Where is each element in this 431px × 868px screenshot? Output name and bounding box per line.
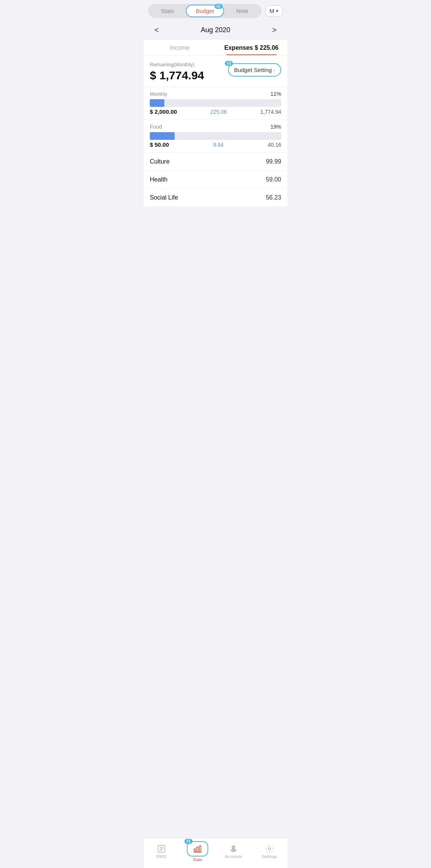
food-budget-remaining: 40.16: [268, 142, 281, 148]
budget-setting-chevron-icon: ›: [273, 67, 275, 73]
content-area: Remaining(Monthly) $ 1,774.94 #3 Budget …: [144, 56, 287, 206]
tab-budget-badge: #2: [215, 4, 223, 9]
monthly-budget-remaining: 1,774.94: [260, 109, 281, 115]
budget-setting-button[interactable]: #3 Budget Setting ›: [228, 63, 281, 77]
food-budget-row: Food 19% $ 50.00 9.84 40.16: [144, 120, 287, 152]
month-navigation: < Aug 2020 >: [144, 21, 287, 40]
tab-budget-label: Budget: [196, 8, 214, 14]
tab-note-label: Note: [236, 8, 249, 14]
expenses-tab[interactable]: Expenses $ 225.06: [216, 40, 288, 55]
cat-row[interactable]: Culture 99.99: [144, 152, 287, 170]
food-progress-fill: [150, 132, 175, 140]
period-chevron-icon: ▾: [276, 8, 279, 14]
food-budget-amounts: $ 50.00 9.84 40.16: [150, 141, 281, 148]
remaining-left: Remaining(Monthly) $ 1,774.94: [150, 62, 204, 82]
food-budget-percent: 19%: [270, 124, 281, 130]
food-budget-total: $ 50.00: [150, 141, 169, 148]
cat-amount: 99.99: [266, 158, 281, 165]
cat-amount: 59.00: [266, 176, 281, 183]
food-budget-header: Food 19%: [150, 124, 281, 130]
tab-stats-label: Stats: [161, 8, 174, 14]
budget-setting-label: Budget Setting: [234, 67, 272, 73]
monthly-budget-row: Monthly 11% $ 2,000.00 225.06 1,774.94: [144, 87, 287, 120]
income-tab-label: Income: [170, 44, 190, 51]
current-month: Aug 2020: [201, 26, 230, 34]
cat-row[interactable]: Health 59.00: [144, 170, 287, 188]
prev-month-button[interactable]: <: [151, 24, 162, 36]
monthly-budget-label: Monthly: [150, 91, 167, 97]
food-budget-label: Food: [150, 124, 162, 130]
monthly-budget-total: $ 2,000.00: [150, 108, 177, 115]
monthly-budget-header: Monthly 11%: [150, 91, 281, 97]
food-budget-used: 9.84: [213, 142, 223, 148]
monthly-budget-used: 225.06: [210, 109, 227, 115]
income-tab[interactable]: Income: [144, 40, 216, 55]
cat-amount: 56.23: [266, 194, 281, 201]
tab-budget[interactable]: #2 Budget: [186, 5, 224, 17]
tab-note[interactable]: Note: [224, 5, 261, 16]
monthly-progress-fill: [150, 99, 164, 107]
cat-name: Health: [150, 176, 167, 183]
type-tabs: Income Expenses $ 225.06: [144, 40, 287, 56]
remaining-section: Remaining(Monthly) $ 1,774.94 #3 Budget …: [144, 56, 287, 87]
period-selector[interactable]: M ▾: [265, 5, 283, 16]
segment-group: Stats #2 Budget Note: [148, 4, 262, 18]
expenses-tab-label: Expenses $ 225.06: [225, 44, 279, 51]
monthly-budget-amounts: $ 2,000.00 225.06 1,774.94: [150, 108, 281, 115]
period-label: M: [270, 8, 275, 14]
category-rows: Culture 99.99 Health 59.00 Social Life 5…: [144, 152, 287, 206]
gray-background-area: [144, 206, 287, 314]
food-progress-bar: [150, 132, 281, 140]
top-tab-bar: Stats #2 Budget Note M ▾: [144, 0, 287, 21]
cat-row[interactable]: Social Life 56.23: [144, 188, 287, 206]
monthly-budget-percent: 11%: [270, 91, 281, 97]
next-month-button[interactable]: >: [269, 24, 280, 36]
cat-name: Social Life: [150, 194, 178, 201]
budget-setting-badge: #3: [225, 61, 233, 66]
tab-stats[interactable]: Stats: [149, 5, 186, 16]
monthly-progress-bar: [150, 99, 281, 107]
cat-name: Culture: [150, 158, 170, 165]
remaining-amount: $ 1,774.94: [150, 69, 204, 82]
remaining-label: Remaining(Monthly): [150, 62, 204, 67]
